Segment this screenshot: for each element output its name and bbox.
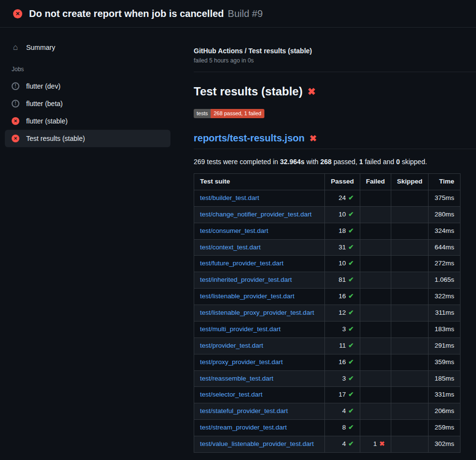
table-row: test/listenable_provider_test.dart16✔322…: [194, 289, 461, 305]
test-suite-link[interactable]: test/inherited_provider_test.dart: [200, 276, 292, 283]
badge-value: 268 passed, 1 failed: [211, 109, 264, 118]
check-icon: ✔: [348, 325, 353, 333]
test-suite-link[interactable]: test/context_test.dart: [200, 244, 261, 251]
summary-text: skipped.: [400, 158, 427, 166]
skipped-cell: [391, 370, 429, 387]
skipped-cell: [391, 337, 429, 354]
test-suite-link[interactable]: test/stateful_provider_test.dart: [200, 407, 288, 414]
test-suite-link[interactable]: test/selector_test.dart: [200, 391, 262, 398]
check-icon: ✔: [348, 260, 353, 267]
time-cell: 206ms: [429, 403, 461, 420]
check-icon: ✔: [348, 276, 353, 283]
failed-cell: [360, 256, 391, 272]
skipped-cell: [391, 305, 429, 322]
skipped-cell: [391, 206, 429, 223]
sidebar-item-test-results-stable[interactable]: ✕ Test results (stable): [5, 130, 170, 147]
suite-cell: test/inherited_provider_test.dart: [194, 272, 325, 289]
section-title-text: Test results (stable): [194, 85, 303, 98]
table-row: test/provider_test.dart11✔291ms: [194, 337, 461, 354]
job-label: flutter (dev): [26, 82, 61, 90]
suite-cell: test/future_provider_test.dart: [194, 256, 325, 272]
suite-cell: test/change_notifier_provider_test.dart: [194, 206, 325, 223]
failed-status-icon: ✕: [13, 9, 22, 18]
time-cell: 324ms: [429, 223, 461, 239]
report-title: reports/test-results.json ✖: [194, 133, 476, 149]
summary-skipped-count: 0: [396, 158, 400, 166]
results-table: Test suite Passed Failed Skipped Time te…: [194, 173, 461, 453]
skipped-cell: [391, 256, 429, 272]
time-cell: 311ms: [429, 305, 461, 322]
passed-cell: 8✔: [325, 420, 360, 436]
test-suite-link[interactable]: test/stream_provider_test.dart: [200, 424, 287, 431]
check-icon: ✔: [348, 391, 353, 398]
skipped-cell: [391, 190, 429, 206]
suite-cell: test/multi_provider_test.dart: [194, 321, 325, 337]
table-row: test/value_listenable_provider_test.dart…: [194, 436, 461, 453]
test-suite-link[interactable]: test/builder_test.dart: [200, 194, 259, 201]
failed-x-icon: ✖: [307, 87, 316, 96]
test-suite-link[interactable]: test/future_provider_test.dart: [200, 260, 284, 267]
section-divider: [194, 72, 476, 72]
skipped-cell: [391, 289, 429, 305]
check-icon: ✔: [348, 375, 353, 382]
skipped-cell: [391, 354, 429, 370]
neutral-status-icon: !: [12, 100, 19, 107]
check-icon: ✔: [348, 342, 353, 349]
check-icon: ✔: [348, 358, 353, 366]
skipped-cell: [391, 239, 429, 256]
failed-cell: [360, 420, 391, 436]
test-suite-link[interactable]: test/proxy_provider_test.dart: [200, 358, 283, 366]
failed-cell: [360, 354, 391, 370]
suite-cell: test/reassemble_test.dart: [194, 370, 325, 387]
suite-cell: test/proxy_provider_test.dart: [194, 354, 325, 370]
time-cell: 259ms: [429, 420, 461, 436]
results-table-body: test/builder_test.dart24✔375mstest/chang…: [194, 190, 461, 452]
report-link[interactable]: reports/test-results.json: [194, 133, 305, 144]
suite-cell: test/stateful_provider_test.dart: [194, 403, 325, 420]
badge-label: tests: [194, 109, 211, 118]
sidebar-item-flutter-stable[interactable]: ✕ flutter (stable): [5, 112, 170, 130]
check-icon: ✔: [348, 292, 353, 300]
passed-cell-value: 4: [342, 407, 346, 414]
test-suite-link[interactable]: test/reassemble_test.dart: [200, 375, 274, 382]
failed-cell: 1✖: [360, 436, 391, 453]
test-suite-link[interactable]: test/listenable_provider_test.dart: [200, 292, 294, 300]
failed-cell: [360, 337, 391, 354]
table-row: test/inherited_provider_test.dart81✔1.06…: [194, 272, 461, 289]
passed-cell-value: 18: [338, 227, 346, 234]
table-row: test/selector_test.dart17✔331ms: [194, 387, 461, 403]
passed-cell-value: 8: [342, 424, 346, 431]
test-suite-link[interactable]: test/change_notifier_provider_test.dart: [200, 211, 311, 218]
test-suite-link[interactable]: test/multi_provider_test.dart: [200, 325, 281, 333]
suite-cell: test/builder_test.dart: [194, 190, 325, 206]
skipped-cell: [391, 403, 429, 420]
test-suite-link[interactable]: test/listenable_proxy_provider_test.dart: [200, 309, 314, 316]
sidebar-item-summary[interactable]: ⌂ Summary: [5, 38, 170, 56]
test-suite-link[interactable]: test/value_listenable_provider_test.dart: [200, 440, 314, 447]
sidebar-item-flutter-dev[interactable]: ! flutter (dev): [5, 77, 170, 95]
failed-status-icon: ✕: [12, 117, 19, 125]
passed-cell-value: 12: [338, 309, 346, 316]
sidebar: ⌂ Summary Jobs ! flutter (dev) ! flutter…: [0, 28, 178, 460]
test-suite-link[interactable]: test/consumer_test.dart: [200, 227, 268, 234]
failed-cell: [360, 305, 391, 322]
checks-page: ✕ Do not create report when job is cance…: [0, 0, 476, 460]
col-header-passed: Passed: [325, 174, 360, 190]
test-suite-link[interactable]: test/provider_test.dart: [200, 342, 263, 349]
skipped-cell: [391, 223, 429, 239]
sidebar-item-flutter-beta[interactable]: ! flutter (beta): [5, 95, 170, 112]
tests-badge: tests 268 passed, 1 failed: [194, 109, 264, 118]
passed-cell: 4✔: [325, 436, 360, 453]
passed-cell: 31✔: [325, 239, 360, 256]
table-row: test/stateful_provider_test.dart4✔206ms: [194, 403, 461, 420]
suite-cell: test/listenable_proxy_provider_test.dart: [194, 305, 325, 322]
skipped-cell: [391, 272, 429, 289]
time-cell: 644ms: [429, 239, 461, 256]
skipped-cell: [391, 420, 429, 436]
failed-cell: [360, 387, 391, 403]
passed-cell-value: 31: [338, 244, 346, 251]
summary-text: with: [305, 158, 321, 166]
time-cell: 1.065s: [429, 272, 461, 289]
passed-cell-value: 11: [339, 342, 346, 349]
summary-failed-count: 1: [359, 158, 363, 166]
